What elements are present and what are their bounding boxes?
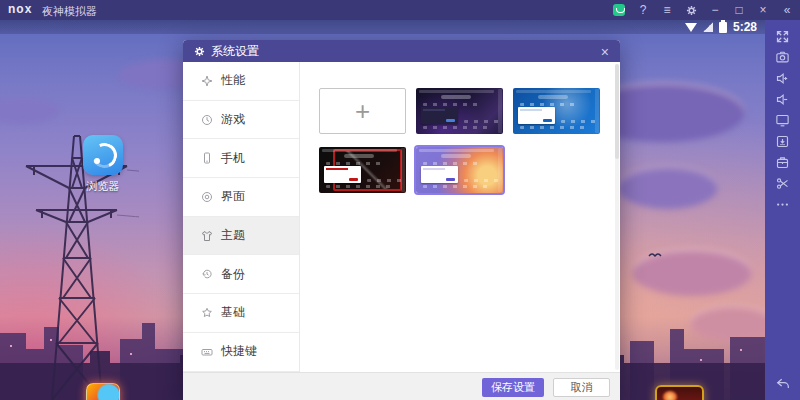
collapse-icon[interactable]: « (780, 3, 794, 17)
menu-item-label: 游戏 (221, 111, 245, 128)
window-title: 夜神模拟器 (42, 4, 97, 19)
screenshot-icon[interactable] (765, 47, 800, 67)
basic-icon (200, 306, 213, 319)
theme-thumbnail-red[interactable] (319, 147, 406, 193)
interface-icon (200, 190, 213, 203)
settings-menu: 性能 游戏 手机 界面 主题 (183, 62, 300, 372)
game-app-icon[interactable] (86, 383, 120, 400)
status-time: 5:28 (733, 20, 757, 34)
menu-item-label: 基础 (221, 304, 245, 321)
menu-item-label: 手机 (221, 150, 245, 167)
menu-item-phone[interactable]: 手机 (183, 139, 299, 178)
theme-gallery: + (301, 62, 620, 372)
volume-up-icon[interactable] (765, 68, 800, 88)
menu-item-label: 性能 (221, 72, 245, 89)
volume-down-icon[interactable] (765, 89, 800, 109)
backup-icon (200, 268, 213, 281)
menu-item-shortcut[interactable]: 快捷键 (183, 333, 299, 372)
dialog-close-icon[interactable]: × (599, 42, 611, 62)
store-icon[interactable] (612, 3, 626, 17)
cloud (618, 165, 718, 209)
menu-item-performance[interactable]: 性能 (183, 62, 299, 101)
menu-item-interface[interactable]: 界面 (183, 178, 299, 217)
menu-item-label: 备份 (221, 266, 245, 283)
add-theme-button[interactable]: + (319, 88, 406, 134)
titlebar: nox 夜神模拟器 ? ≡ − □ × « (0, 0, 800, 20)
scrollbar[interactable] (615, 64, 619, 370)
emulator-toolbar (765, 20, 800, 400)
battery-icon (719, 22, 727, 33)
save-settings-button[interactable]: 保存设置 (482, 378, 544, 397)
more-icon[interactable] (765, 194, 800, 214)
performance-icon (200, 74, 213, 87)
shake-icon[interactable] (765, 173, 800, 193)
menu-item-label: 主题 (221, 227, 245, 244)
browser-icon (83, 135, 123, 175)
theme-thumbnail-blue[interactable] (513, 88, 600, 134)
menu-item-basic[interactable]: 基础 (183, 294, 299, 333)
menu-icon[interactable]: ≡ (660, 3, 674, 17)
install-apk-icon[interactable] (765, 131, 800, 151)
back-icon[interactable] (765, 374, 800, 394)
theme-thumbnail-dark[interactable] (416, 88, 503, 134)
dialog-header: 系统设置 × (183, 40, 620, 62)
menu-item-game[interactable]: 游戏 (183, 101, 299, 140)
gear-icon[interactable] (684, 3, 698, 17)
dialog-title: 系统设置 (211, 43, 259, 60)
help-icon[interactable]: ? (636, 3, 650, 17)
game-icon (200, 113, 213, 126)
menu-item-backup[interactable]: 备份 (183, 255, 299, 294)
maximize-button[interactable]: □ (732, 3, 746, 17)
browser-app-label: 浏览器 (80, 179, 126, 194)
game-app-icon[interactable] (655, 385, 704, 400)
cancel-button[interactable]: 取消 (553, 378, 610, 397)
nox-logo: nox (8, 2, 32, 16)
bird (648, 252, 662, 258)
plus-icon: + (355, 96, 370, 127)
browser-app-icon[interactable]: 浏览器 (80, 135, 126, 194)
virtual-key-icon[interactable] (765, 110, 800, 130)
dialog-footer: 保存设置 取消 (183, 372, 620, 400)
theme-icon (200, 229, 213, 242)
close-button[interactable]: × (756, 3, 770, 17)
minimize-button[interactable]: − (708, 3, 722, 17)
signal-icon (703, 22, 713, 32)
shortcut-icon (200, 345, 213, 358)
fullscreen-icon[interactable] (765, 26, 800, 46)
menu-item-label: 快捷键 (221, 343, 257, 360)
theme-thumbnail-purple-selected[interactable] (416, 147, 503, 193)
menu-item-theme[interactable]: 主题 (183, 217, 299, 256)
phone-icon (200, 152, 213, 165)
android-status-bar: 5:28 (0, 20, 765, 34)
system-settings-dialog: 系统设置 × 性能 游戏 手机 界 (183, 40, 620, 400)
gear-icon (194, 46, 205, 57)
menu-item-label: 界面 (221, 188, 245, 205)
wifi-icon (685, 23, 697, 32)
nox-emulator-window: nox 夜神模拟器 ? ≡ − □ × « (0, 0, 800, 400)
shared-folder-icon[interactable] (765, 152, 800, 172)
